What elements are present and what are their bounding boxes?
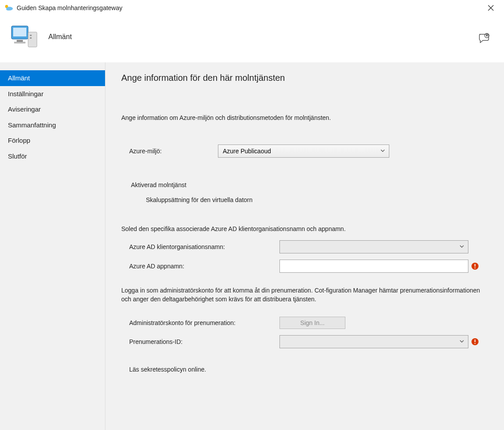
wizard-header: Allmänt	[0, 15, 504, 62]
svg-rect-18	[475, 340, 475, 342]
sidebar-item-label: Slutför	[8, 152, 27, 160]
sidebar-item-slutfor[interactable]: Slutför	[0, 148, 105, 164]
page-title: Ange information för den här molntjänste…	[121, 73, 488, 83]
computer-icon	[9, 22, 40, 52]
login-text: Logga in som administratörskonto för att…	[121, 286, 488, 304]
azure-env-value: Azure Publicaoud	[223, 148, 271, 155]
sidebar-item-allmant[interactable]: Allmänt	[0, 70, 105, 86]
window-title: Guiden Skapa molnhanteringsgateway	[17, 4, 123, 11]
sign-in-button[interactable]: Sign In...	[279, 317, 345, 329]
svg-rect-6	[13, 28, 26, 36]
svg-point-2	[6, 7, 10, 11]
sidebar-item-installningar[interactable]: Inställningar	[0, 86, 105, 102]
sidebar-item-label: Allmänt	[8, 74, 30, 82]
sidebar-item-sammanfattning[interactable]: Sammanfattning	[0, 117, 105, 133]
chevron-down-icon	[459, 243, 464, 250]
svg-point-13	[486, 35, 488, 36]
privacy-link-label: Läs sekretesspolicyn online.	[129, 366, 206, 373]
sidebar-item-label: Inställningar	[8, 90, 44, 98]
svg-rect-15	[475, 264, 475, 267]
subscription-id-label: Prenumerations-ID:	[121, 338, 279, 345]
wizard-content: Ange information för den här molntjänste…	[105, 62, 504, 430]
sidebar-item-label: Sammanfattning	[8, 121, 56, 129]
error-icon	[471, 338, 479, 346]
svg-rect-7	[17, 40, 23, 42]
svg-rect-9	[28, 32, 37, 47]
svg-rect-10	[30, 35, 32, 36]
sign-in-label: Sign In...	[300, 319, 324, 326]
titlebar: Guiden Skapa molnhanteringsgateway	[0, 0, 504, 15]
sidebar-item-forlopp[interactable]: Förlopp	[0, 133, 105, 148]
svg-rect-11	[30, 37, 32, 39]
chevron-down-icon	[380, 148, 385, 155]
wizard-sidebar: Allmänt Inställningar Aviseringar Samman…	[0, 62, 105, 430]
sidebar-item-aviseringar[interactable]: Aviseringar	[0, 101, 105, 117]
svg-rect-8	[14, 42, 25, 43]
soled-text: Soled den specifika associerade Azure AD…	[121, 224, 488, 233]
tenant-label: Azure AD klientorganisationsnamn:	[121, 243, 279, 250]
svg-rect-19	[475, 343, 475, 344]
cloud-wizard-icon	[4, 4, 13, 11]
appname-label: Azure AD appnamn:	[121, 263, 279, 270]
appname-input[interactable]	[279, 260, 468, 273]
azure-env-select[interactable]: Azure Publicaoud	[218, 145, 389, 158]
svg-rect-16	[475, 267, 475, 268]
close-button[interactable]	[482, 2, 500, 14]
chevron-down-icon	[459, 338, 464, 345]
header-title: Allmänt	[48, 33, 72, 41]
enabled-service-label: Aktiverad molntjänst	[121, 181, 488, 188]
error-icon	[471, 262, 479, 270]
privacy-link[interactable]: Läs sekretesspolicyn online.	[121, 366, 488, 373]
tenant-select[interactable]	[279, 240, 468, 253]
sidebar-item-label: Förlopp	[8, 137, 30, 144]
intro-text: Ange information om Azure-miljön och dis…	[121, 114, 488, 123]
subscription-id-select[interactable]	[279, 335, 468, 348]
admin-account-label: Administratörskonto för prenumeration:	[121, 319, 279, 326]
azure-env-label: Azure-miljö:	[121, 148, 218, 155]
sidebar-item-label: Aviseringar	[8, 105, 41, 113]
help-icon[interactable]	[479, 33, 491, 43]
scale-set-label: Skaluppsättning för den virtuella datorn	[121, 196, 488, 203]
